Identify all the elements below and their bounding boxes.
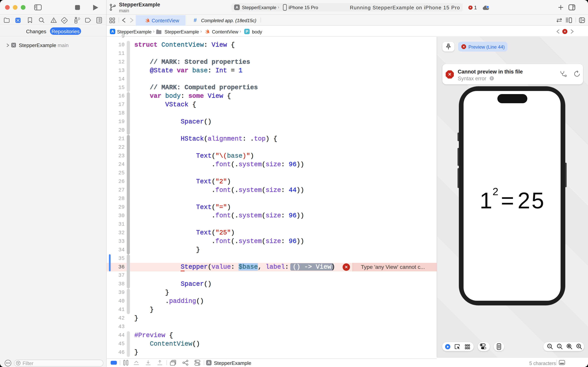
svg-text:1: 1 bbox=[558, 344, 560, 348]
